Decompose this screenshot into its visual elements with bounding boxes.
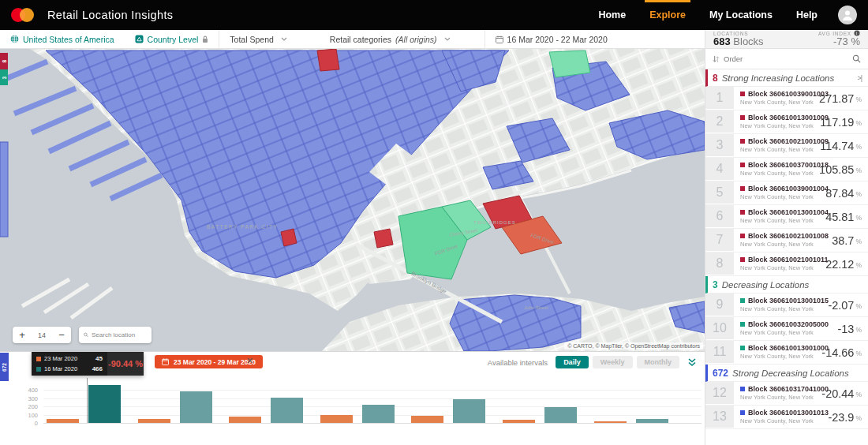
- item-name: Block 360610037001018: [748, 161, 829, 169]
- list-item[interactable]: 11Block 360610013001000New York County, …: [705, 341, 868, 365]
- nav-item-explore[interactable]: Explore: [649, 0, 686, 30]
- bar-comparison-week[interactable]: [453, 399, 485, 423]
- block-color-square: [740, 346, 745, 350]
- item-location: New York County, New York: [740, 241, 832, 248]
- list-item[interactable]: 4Block 360610037001018New York County, N…: [705, 158, 868, 181]
- list-item[interactable]: 10Block 360610032005000New York County, …: [705, 317, 868, 341]
- block-color-square: [740, 92, 745, 96]
- list-item[interactable]: 13Block 360610013001013New York County, …: [705, 406, 868, 429]
- nav-item-home[interactable]: Home: [598, 0, 626, 30]
- series-color-square: [36, 367, 41, 372]
- bar-current-week[interactable]: [411, 416, 443, 423]
- categories-label: Retail categories: [330, 35, 391, 44]
- bar-current-week[interactable]: [138, 419, 170, 423]
- categories-selector[interactable]: Retail categories (All origins): [320, 30, 461, 48]
- item-name-row: Block 360610032005000: [740, 320, 837, 328]
- item-info: Block 360610037001018New York County, Ne…: [734, 158, 819, 181]
- bar-current-week[interactable]: [229, 417, 261, 423]
- item-name: Block 360610021001009: [748, 137, 829, 145]
- interval-button-daily[interactable]: Daily: [556, 356, 589, 368]
- bar-comparison-week[interactable]: [271, 398, 303, 423]
- chart-tooltip: 23 Mar 20204516 Mar 2020466 -90.44 %: [32, 352, 144, 376]
- item-name: Block 360610013001013: [748, 409, 829, 417]
- item-name-row: Block 360610039001004: [740, 185, 825, 193]
- level-selector[interactable]: Country Level: [125, 30, 219, 48]
- tooltip-row: 23 Mar 202045: [36, 355, 103, 362]
- list-item[interactable]: 7Block 360610021001008New York County, N…: [705, 229, 868, 252]
- nav-item-help[interactable]: Help: [796, 0, 817, 30]
- country-selector[interactable]: United States of America: [0, 30, 125, 48]
- bar-comparison-week[interactable]: [88, 385, 121, 423]
- zoom-in-button[interactable]: +: [13, 327, 32, 342]
- spend-label: Total Spend: [230, 35, 273, 44]
- item-rank: 4: [705, 158, 734, 181]
- bar-current-week[interactable]: [320, 415, 353, 423]
- map-search-input[interactable]: [92, 331, 147, 338]
- item-location: New York County, New York: [740, 99, 819, 106]
- item-location: New York County, New York: [740, 217, 825, 224]
- collapse-right-icon[interactable]: >|: [857, 74, 862, 82]
- map-container[interactable]: BATTERY PARK CITY Brooklyn Bridge FDR Dr…: [0, 49, 705, 351]
- edge-tab-decreasing[interactable]: 3: [0, 69, 8, 85]
- list-item[interactable]: 3Block 360610021001009New York County, N…: [705, 134, 868, 158]
- bar-chart-plot[interactable]: 4003002001000: [0, 378, 705, 445]
- list-item[interactable]: 1Block 360610039001003New York County, N…: [705, 87, 868, 110]
- search-icon[interactable]: [852, 54, 861, 63]
- date-range-selector[interactable]: 16 Mar 2020 - 22 Mar 2020: [485, 30, 618, 48]
- main-area: BATTERY PARK CITY Brooklyn Bridge FDR Dr…: [0, 49, 868, 445]
- section-title: Strong Decreasing Locations: [732, 368, 849, 378]
- map-search-box[interactable]: [79, 327, 152, 343]
- bar-current-week[interactable]: [47, 419, 79, 423]
- bar-current-week[interactable]: [594, 421, 627, 423]
- bar-comparison-week[interactable]: [636, 419, 668, 423]
- item-value-number: 117.19: [820, 116, 854, 129]
- chevron-down-icon: [444, 37, 451, 41]
- item-value-number: 87.84: [825, 187, 854, 200]
- zoom-out-button[interactable]: −: [52, 327, 71, 342]
- order-bar[interactable]: Order: [705, 49, 868, 69]
- tooltip-row: 16 Mar 2020466: [36, 365, 103, 372]
- list-item[interactable]: 9Block 360610013001015New York County, N…: [705, 294, 868, 317]
- item-rank: 10: [705, 317, 734, 340]
- main-nav: HomeExploreMy LocationsHelp: [598, 0, 817, 30]
- item-name-row: Block 360610021001008: [740, 232, 832, 240]
- item-info: Block 360610039001003New York County, Ne…: [734, 87, 819, 110]
- list-item[interactable]: 6Block 360610013001004New York County, N…: [705, 205, 868, 229]
- lock-icon: [202, 36, 208, 43]
- list-item[interactable]: 5Block 360610039001004New York County, N…: [705, 181, 868, 205]
- locations-panel: Order 8Strong Increasing Locations>|1Blo…: [705, 49, 868, 445]
- edge-tab-strong-decreasing[interactable]: 672: [0, 353, 9, 381]
- edge-tab-increasing[interactable]: 8: [0, 53, 8, 69]
- item-value-unit: %: [855, 166, 862, 174]
- item-value-number: -2.07: [828, 299, 854, 312]
- item-name: Block 360610032005000: [748, 320, 829, 328]
- item-name: Block 360610039001003: [748, 90, 829, 98]
- item-value-unit: %: [855, 143, 862, 151]
- bar-comparison-week[interactable]: [180, 391, 212, 423]
- bar-current-week[interactable]: [503, 420, 535, 423]
- bar-comparison-week[interactable]: [362, 405, 395, 423]
- list-item[interactable]: 12Block 360610317041000New York County, …: [705, 382, 868, 406]
- chart-panel: 672 Average 23 Mar 20204516 Mar 2020466 …: [0, 351, 705, 445]
- item-name: Block 360610013001000: [748, 344, 829, 352]
- user-avatar[interactable]: [838, 6, 857, 24]
- item-value-unit: %: [855, 391, 862, 398]
- double-chevron-down-icon[interactable]: [684, 356, 700, 368]
- badge-close-icon[interactable]: ✕: [246, 356, 253, 366]
- item-rank: 3: [705, 134, 734, 157]
- list-item[interactable]: 2Block 360610013001009New York County, N…: [705, 110, 868, 134]
- item-location: New York County, New York: [740, 146, 820, 153]
- item-info: Block 360610032005000New York County, Ne…: [734, 317, 837, 340]
- item-location: New York County, New York: [740, 122, 820, 129]
- item-value: -23.9%: [828, 406, 868, 428]
- nav-item-my-locations[interactable]: My Locations: [709, 0, 773, 30]
- item-value: 117.19%: [820, 110, 868, 133]
- item-name: Block 360610013001015: [748, 297, 829, 305]
- bar-comparison-week[interactable]: [544, 407, 577, 423]
- map-canvas[interactable]: BATTERY PARK CITY Brooklyn Bridge FDR Dr…: [0, 49, 705, 351]
- list-item[interactable]: 8Block 360610021001011New York County, N…: [705, 252, 868, 276]
- hover-cursor-line: [87, 378, 88, 423]
- item-rank: 9: [705, 294, 734, 316]
- section-count: 3: [713, 279, 718, 290]
- spend-selector[interactable]: Total Spend: [219, 30, 297, 48]
